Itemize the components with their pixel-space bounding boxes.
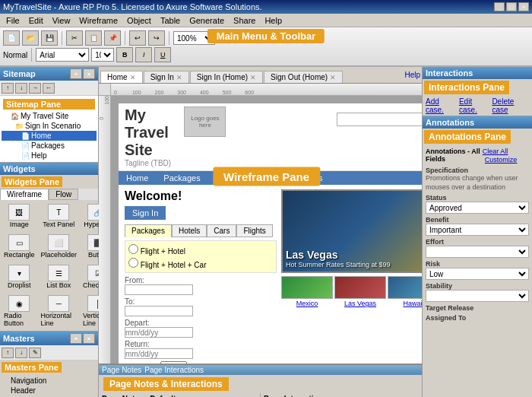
- copy-button[interactable]: 📋: [85, 30, 102, 46]
- open-button[interactable]: 📂: [22, 30, 39, 46]
- wireframe-content[interactable]: Wireframe Pane Logo goes here My Travel …: [111, 96, 422, 364]
- customize-link[interactable]: Customize: [485, 156, 518, 164]
- masters-up-button[interactable]: ↑: [2, 348, 14, 358]
- widget-droplist[interactable]: ▾Droplist: [2, 262, 37, 291]
- tab-flow[interactable]: Flow: [49, 189, 78, 200]
- widget-listbox[interactable]: ☰List Box: [39, 262, 80, 291]
- paste-button[interactable]: 📌: [104, 30, 121, 46]
- redo-button[interactable]: ↪: [148, 30, 165, 46]
- nav-home[interactable]: Home: [119, 171, 156, 185]
- search-input[interactable]: [337, 113, 422, 126]
- thumb-mexico[interactable]: Mexico: [281, 276, 333, 307]
- nav-hotels[interactable]: Hotels: [248, 171, 287, 185]
- masters-down-button[interactable]: ↓: [15, 348, 27, 358]
- booking-tab-hotels[interactable]: Hotels: [172, 224, 207, 237]
- menu-wireframe[interactable]: Wireframe: [74, 16, 122, 25]
- menu-object[interactable]: Object: [122, 16, 156, 25]
- thumb-hawaii[interactable]: Hawaii: [388, 276, 422, 307]
- widget-placeholder[interactable]: ⬜Placeholder: [39, 232, 80, 261]
- sitemap-item-help[interactable]: 📄Help: [2, 151, 97, 160]
- menu-edit[interactable]: Edit: [24, 16, 48, 25]
- booking-tab-cars[interactable]: Cars: [207, 224, 236, 237]
- site-header: Logo goes here My Travel Site Tagline (T…: [119, 103, 422, 171]
- sitemap-delete-button[interactable]: ×: [83, 68, 95, 79]
- close-tab-signin-home[interactable]: ✕: [250, 74, 256, 81]
- return-input[interactable]: [125, 348, 193, 359]
- ann-stability-select[interactable]: [426, 290, 529, 302]
- nav-packages[interactable]: Packages: [156, 171, 207, 185]
- menu-help[interactable]: Help: [260, 16, 287, 25]
- sitemap-item-root[interactable]: 🏠My Travel Site: [2, 111, 97, 121]
- thumb-lasvegas[interactable]: Las Vegas: [334, 276, 386, 307]
- sitemap-item-scenario[interactable]: 📁Sign In Scenario: [2, 121, 97, 131]
- interactions-toolbar: Add case. Edit case. Delete case: [423, 96, 532, 116]
- ann-effort-select[interactable]: [426, 246, 529, 258]
- close-tab-signout-home[interactable]: ✕: [330, 74, 336, 81]
- sitemap-add-button[interactable]: +: [70, 68, 82, 79]
- tab-signin[interactable]: Sign In ✕: [144, 71, 189, 83]
- int-add-case[interactable]: Add case.: [426, 97, 457, 114]
- site-tagline: Tagline (TBD): [125, 159, 226, 167]
- tab-home[interactable]: Home ✕: [100, 71, 143, 83]
- masters-delete-button[interactable]: ×: [83, 333, 95, 344]
- booking-tab-flights[interactable]: Flights: [236, 224, 272, 237]
- int-edit-case[interactable]: Edit case.: [459, 97, 489, 114]
- close-button[interactable]: ×: [518, 2, 529, 11]
- font-select[interactable]: Arial: [36, 48, 89, 62]
- from-input[interactable]: [125, 284, 193, 295]
- minimize-button[interactable]: _: [494, 2, 505, 11]
- tab-signout-home[interactable]: Sign Out (Home) ✕: [264, 71, 343, 83]
- new-button[interactable]: 📄: [3, 30, 20, 46]
- masters-item-navigation[interactable]: Navigation: [2, 376, 97, 386]
- menu-table[interactable]: Table: [156, 16, 185, 25]
- int-delete-case[interactable]: Delete case: [492, 97, 529, 114]
- masters-item-header[interactable]: Header: [2, 386, 97, 395]
- to-input[interactable]: [125, 306, 193, 316]
- cut-button[interactable]: ✂: [66, 30, 83, 46]
- window-controls[interactable]: _ □ ×: [494, 2, 529, 11]
- flight-radio-1[interactable]: [128, 244, 138, 254]
- widget-textpanel[interactable]: TText Panel: [39, 202, 80, 230]
- menu-file[interactable]: File: [2, 16, 24, 25]
- sitemap-up-button[interactable]: ↑: [2, 83, 14, 94]
- menu-share[interactable]: Share: [229, 16, 260, 25]
- tab-wireframe[interactable]: Wireframe: [0, 189, 49, 200]
- ann-status-select[interactable]: Approved: [426, 202, 529, 214]
- flight-radio-2[interactable]: [128, 258, 138, 268]
- widget-hline[interactable]: ─Horizontal Line: [39, 293, 80, 329]
- ann-benefit-select[interactable]: Important: [426, 224, 529, 236]
- nav-flights[interactable]: Flights: [208, 171, 248, 185]
- menu-view[interactable]: View: [48, 16, 75, 25]
- widget-radio[interactable]: ◉Radio Button: [2, 293, 37, 329]
- fontsize-select[interactable]: 10 12: [91, 48, 114, 62]
- sitemap-down-button[interactable]: ↓: [15, 83, 27, 94]
- bold-button[interactable]: B: [116, 47, 133, 62]
- masters-edit-button[interactable]: ✎: [29, 348, 41, 358]
- sitemap-item-home[interactable]: 📄Home: [2, 131, 97, 141]
- nav-cruises[interactable]: Cruises: [287, 171, 330, 185]
- las-vegas-image: Las Vegas Hot Summer Rates Starting at $…: [281, 189, 422, 273]
- help-link[interactable]: Help: [404, 71, 420, 79]
- save-button[interactable]: 💾: [41, 30, 58, 46]
- underline-button[interactable]: U: [154, 47, 171, 62]
- undo-button[interactable]: ↩: [129, 30, 146, 46]
- widget-image[interactable]: 🖼Image: [2, 202, 37, 230]
- tab-signin-home[interactable]: Sign In (Home) ✕: [190, 71, 263, 83]
- ann-risk-select[interactable]: Low: [426, 268, 529, 280]
- clear-all-link[interactable]: Clear All: [483, 148, 508, 155]
- ann-status: Status Approved: [426, 194, 529, 214]
- menu-generate[interactable]: Generate: [185, 16, 229, 25]
- sitemap-item-packages[interactable]: 📄Packages: [2, 141, 97, 151]
- maximize-button[interactable]: □: [506, 2, 517, 11]
- close-tab-signin[interactable]: ✕: [176, 74, 182, 81]
- booking-tab-packages[interactable]: Packages: [125, 224, 172, 237]
- sitemap-indent-button[interactable]: →: [29, 83, 41, 94]
- close-tab-home[interactable]: ✕: [130, 74, 136, 81]
- sitemap-outdent-button[interactable]: ←: [43, 83, 55, 94]
- masters-add-button[interactable]: +: [70, 333, 82, 344]
- depart-input[interactable]: [125, 327, 193, 338]
- travelers-select[interactable]: 12: [160, 361, 187, 364]
- italic-button[interactable]: I: [135, 47, 152, 62]
- sign-in-button[interactable]: Sign In: [125, 206, 166, 220]
- widget-rectangle[interactable]: ▭Rectangle: [2, 232, 37, 261]
